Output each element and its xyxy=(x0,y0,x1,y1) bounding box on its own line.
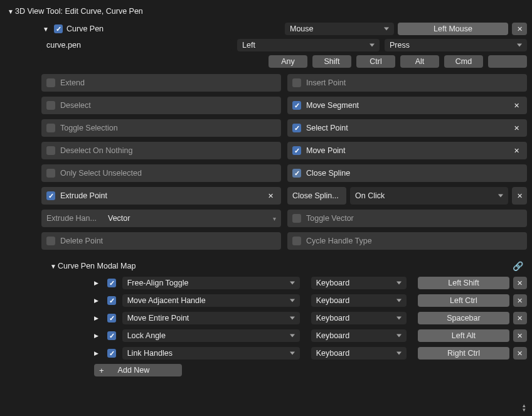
opt-label: Toggle Vector xyxy=(306,214,354,223)
disclosure-toggle[interactable]: ▼ xyxy=(6,8,15,15)
opt-extend[interactable]: Extend xyxy=(41,74,281,92)
opt-extrude-handle-value: Vector xyxy=(108,214,268,223)
mod-ctrl-button[interactable]: Ctrl xyxy=(356,55,395,68)
opt-close-spline-checkbox[interactable] xyxy=(292,169,301,178)
modal-row-disclosure[interactable]: ▶ xyxy=(94,333,102,339)
opt-move-segment-clear[interactable] xyxy=(511,102,522,110)
modal-map-disclosure[interactable]: ▼ xyxy=(49,263,58,270)
modal-row-enabled-checkbox[interactable] xyxy=(107,296,116,305)
modal-key-button[interactable]: Left Ctrl xyxy=(418,294,509,307)
opt-only-select-unselected[interactable]: Only Select Unselected xyxy=(41,164,281,182)
opt-cycle-handle-type[interactable]: Cycle Handle Type xyxy=(287,232,527,250)
opt-close-spline-method-select[interactable]: On Click xyxy=(350,187,508,205)
opt-select-point-checkbox[interactable] xyxy=(292,124,301,132)
mod-extra-button[interactable] xyxy=(488,55,527,68)
modal-type-select[interactable]: Keyboard xyxy=(311,312,407,324)
opt-deselect-checkbox[interactable] xyxy=(46,101,55,110)
modal-type-select[interactable]: Keyboard xyxy=(311,277,407,289)
opt-only-select-unselected-checkbox[interactable] xyxy=(46,169,55,178)
opt-select-point[interactable]: Select Point xyxy=(287,119,527,137)
event-value-select[interactable]: Left xyxy=(237,39,380,51)
opt-label: Select Point xyxy=(306,124,348,132)
modal-type-select[interactable]: Keyboard xyxy=(311,329,407,342)
modal-action-select[interactable]: Free-Align Toggle xyxy=(122,277,300,289)
opt-close-spline-method-clear[interactable] xyxy=(512,187,527,205)
opt-deselect-on-nothing-checkbox[interactable] xyxy=(46,146,55,155)
modal-row: ▶Lock AngleKeyboardLeft Alt xyxy=(5,329,527,346)
opt-move-point[interactable]: Move Point xyxy=(287,142,527,159)
modal-row: ▶Free-Align ToggleKeyboardLeft Shift xyxy=(5,276,527,294)
opt-move-point-clear[interactable] xyxy=(511,147,522,155)
opt-close-spline[interactable]: Close Spline xyxy=(287,164,527,182)
opt-delete-point[interactable]: Delete Point xyxy=(41,232,281,250)
opt-move-segment[interactable]: Move Segment xyxy=(287,97,527,114)
modal-key-button[interactable]: Left Alt xyxy=(418,329,509,342)
opt-deselect-on-nothing[interactable]: Deselect On Nothing xyxy=(41,142,281,159)
modal-action-value: Lock Angle xyxy=(127,331,166,340)
modal-row-disclosure[interactable]: ▶ xyxy=(94,280,102,286)
modal-map-title: Curve Pen Modal Map xyxy=(58,262,136,270)
modal-row-disclosure[interactable]: ▶ xyxy=(94,350,102,356)
modal-action-select[interactable]: Lock Angle xyxy=(122,329,300,342)
opt-extrude-point-checkbox[interactable] xyxy=(46,191,55,200)
opt-move-point-checkbox[interactable] xyxy=(292,146,301,155)
modal-row-enabled-checkbox[interactable] xyxy=(107,314,116,323)
opt-move-segment-checkbox[interactable] xyxy=(292,101,301,110)
modal-key-label: Left Shift xyxy=(448,279,479,287)
opt-extrude-handle-label: Extrude Han... xyxy=(46,214,103,223)
opt-toggle-selection-checkbox[interactable] xyxy=(46,124,55,132)
modal-action-select[interactable]: Move Adjacent Handle xyxy=(122,294,300,307)
opt-label: Move Segment xyxy=(306,101,359,110)
plus-icon: + xyxy=(99,366,104,375)
opt-delete-point-checkbox[interactable] xyxy=(46,237,55,245)
modal-row-remove-button[interactable] xyxy=(513,347,527,360)
opt-cycle-handle-type-checkbox[interactable] xyxy=(292,237,301,245)
modal-row-enabled-checkbox[interactable] xyxy=(107,331,116,340)
opt-toggle-vector-checkbox[interactable] xyxy=(292,214,301,223)
key-button[interactable]: Left Mouse xyxy=(398,23,508,35)
modal-key-label: Left Ctrl xyxy=(450,296,477,305)
modal-type-select[interactable]: Keyboard xyxy=(311,294,407,307)
opt-toggle-selection[interactable]: Toggle Selection xyxy=(41,119,281,137)
opt-extrude-handle[interactable]: Extrude Han... Vector ▾ xyxy=(41,210,281,227)
modal-key-label: Right Ctrl xyxy=(447,349,480,358)
binding-disclosure[interactable]: ▼ xyxy=(41,26,50,33)
opt-insert-point-checkbox[interactable] xyxy=(292,78,301,87)
modal-action-select[interactable]: Link Handles xyxy=(122,347,300,360)
opt-insert-point[interactable]: Insert Point xyxy=(287,74,527,92)
modal-action-value: Free-Align Toggle xyxy=(127,279,189,287)
opt-extrude-point-clear[interactable] xyxy=(265,192,276,200)
modal-action-select[interactable]: Move Entire Point xyxy=(122,312,300,324)
modal-key-button[interactable]: Left Shift xyxy=(418,277,509,289)
modal-row-remove-button[interactable] xyxy=(513,329,527,342)
opt-label: Delete Point xyxy=(60,237,103,245)
opt-toggle-vector[interactable]: Toggle Vector xyxy=(287,210,527,227)
mod-cmd-button[interactable]: Cmd xyxy=(444,55,483,68)
mod-shift-button[interactable]: Shift xyxy=(312,55,351,68)
modal-type-select[interactable]: Keyboard xyxy=(311,347,407,360)
modal-row-remove-button[interactable] xyxy=(513,312,527,324)
add-new-button[interactable]: + Add New xyxy=(94,364,182,376)
opt-deselect[interactable]: Deselect xyxy=(41,97,281,114)
modal-row-enabled-checkbox[interactable] xyxy=(107,349,116,358)
operator-id-field[interactable]: curve.pen xyxy=(41,39,232,51)
modal-row-disclosure[interactable]: ▶ xyxy=(94,297,102,304)
link-icon[interactable]: 🔗 xyxy=(513,261,523,271)
modal-row-remove-button[interactable] xyxy=(513,294,527,307)
modal-row-disclosure[interactable]: ▶ xyxy=(94,315,102,321)
event-mode-select[interactable]: Press xyxy=(385,39,527,51)
map-type-select[interactable]: Mouse xyxy=(285,23,394,35)
mod-any-button[interactable]: Any xyxy=(269,55,307,68)
add-new-label: Add New xyxy=(118,366,150,375)
opt-extend-checkbox[interactable] xyxy=(46,78,55,87)
modal-row-remove-button[interactable] xyxy=(513,277,527,289)
map-type-value: Mouse xyxy=(290,24,314,33)
modal-row-enabled-checkbox[interactable] xyxy=(107,279,116,287)
opt-select-point-clear[interactable] xyxy=(511,124,522,132)
mod-alt-button[interactable]: Alt xyxy=(400,55,439,68)
opt-extrude-point[interactable]: Extrude Point xyxy=(41,187,281,205)
modal-key-button[interactable]: Right Ctrl xyxy=(418,347,509,360)
modal-key-button[interactable]: Spacebar xyxy=(418,312,509,324)
remove-binding-button[interactable] xyxy=(512,23,527,35)
binding-enabled-checkbox[interactable] xyxy=(54,24,63,33)
